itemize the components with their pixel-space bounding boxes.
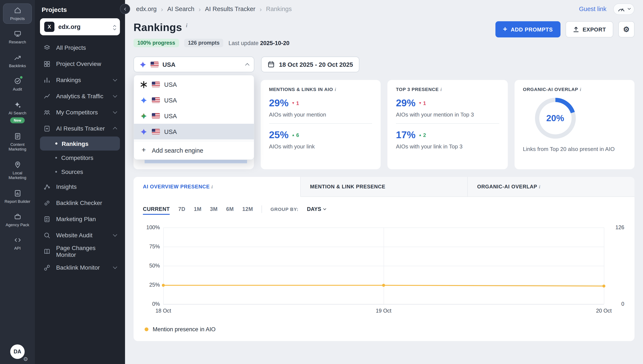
nav-label: API (14, 246, 21, 251)
settings-button[interactable]: ⚙ (618, 21, 634, 38)
nav-content-marketing[interactable]: Content Marketing (3, 129, 32, 155)
project-selector[interactable]: X edx.org (40, 18, 120, 35)
range-6m[interactable]: 6M (226, 206, 234, 215)
range-1m[interactable]: 1M (194, 206, 202, 215)
sidebar-item-marketing-plan[interactable]: Marketing Plan (40, 211, 120, 227)
organic-overlap-card: ORGANIC-AI OVERLAPi 20% Links from Top 2… (514, 80, 634, 169)
sidebar-item-insights[interactable]: Insights (40, 178, 120, 195)
ai-results-tracker-icon (44, 125, 52, 132)
info-icon[interactable]: i (580, 87, 581, 92)
nav-audit[interactable]: Audit (3, 74, 32, 94)
date-range-picker[interactable]: 18 Oct 2025 - 20 Oct 2025 (261, 56, 359, 72)
sidebar-item-project-overview[interactable]: Project Overview (40, 56, 120, 72)
chart-legend: Mention presence in AIO (134, 317, 634, 341)
guest-link[interactable]: Guest link (579, 6, 606, 12)
sidebar-menu: All Projects Project Overview Rankings A… (40, 40, 120, 276)
app: Projects Research Backlinks Audit A (0, 0, 643, 364)
sidebar-item-all-projects[interactable]: All Projects (40, 40, 120, 56)
sidebar-subitem-competitors[interactable]: Competitors (40, 150, 120, 164)
all-projects-icon (44, 44, 52, 51)
nav-label: Content Marketing (4, 142, 31, 152)
group-by-select[interactable]: DAYS (307, 206, 326, 215)
sidebar-item-analytics-traffic[interactable]: Analytics & Traffic (40, 88, 120, 104)
breadcrumb-project[interactable]: edx.org (136, 6, 157, 12)
range-3m[interactable]: 3M (210, 206, 218, 215)
website-audit-icon (44, 232, 52, 239)
sidebar-item-backlink-checker[interactable]: Backlink Checker (40, 195, 120, 211)
settings-gear-icon[interactable]: ⚙ (23, 356, 28, 362)
search-engine-select[interactable]: USA (134, 56, 254, 72)
chevron-down-icon (628, 7, 631, 10)
nav-local-marketing[interactable]: Local Marketing (3, 158, 32, 183)
nav-ai-search[interactable]: AI Search New (3, 98, 32, 126)
new-badge: New (10, 117, 25, 123)
sidebar-subitem-rankings[interactable]: Rankings (40, 136, 120, 150)
nav-backlinks[interactable]: Backlinks (3, 50, 32, 71)
metric-label: AIOs with your link (269, 143, 372, 150)
info-icon[interactable]: i (335, 87, 336, 92)
primary-nav-rail: Projects Research Backlinks Audit A (0, 0, 35, 364)
page-header: Rankings i 100% progress 126 prompts Las… (125, 18, 643, 47)
metric-label: AIOs with your mention (269, 112, 372, 118)
metric-delta: ▼1 (418, 100, 426, 106)
breadcrumb-ai-results-tracker[interactable]: AI Results Tracker (205, 6, 255, 12)
info-icon[interactable]: i (186, 22, 187, 29)
info-icon[interactable]: i (539, 184, 540, 189)
sidebar-item-page-changes-monitor[interactable]: Page Changes Monitor (40, 243, 120, 260)
top-bar: edx.org › AI Search › AI Results Tracker… (125, 0, 643, 18)
sidebar-item-label: My Competitors (56, 109, 98, 116)
engine-option-ai-mode[interactable]: USA (134, 108, 254, 124)
insights-icon (44, 183, 52, 190)
add-search-engine-option[interactable]: + Add search engine (134, 142, 254, 158)
range-current[interactable]: CURRENT (143, 206, 170, 215)
project-sidebar: Projects X edx.org All Projects Project … (35, 0, 125, 364)
decrease-icon: ▼ (292, 102, 295, 105)
chevron-down-icon (113, 110, 117, 114)
engine-option-gemini[interactable]: USA (134, 92, 254, 108)
research-icon (14, 30, 22, 38)
sidebar-subitem-sources[interactable]: Sources (40, 164, 120, 178)
select-arrows-icon (114, 24, 116, 30)
engine-option-ai-overview[interactable]: USA (134, 124, 254, 140)
x-tick: 20 Oct (596, 308, 612, 314)
engine-option-chatgpt[interactable]: USA (134, 76, 254, 92)
usage-gauge-button[interactable] (613, 3, 634, 15)
nav-label: Audit (13, 87, 22, 92)
info-icon[interactable]: i (211, 184, 213, 189)
sidebar-collapse-button[interactable] (120, 4, 130, 14)
nav-api[interactable]: API (3, 233, 32, 254)
breadcrumb-ai-search[interactable]: AI Search (167, 6, 194, 12)
chevron-down-icon (113, 77, 117, 82)
agency-pack-icon (14, 212, 22, 221)
y-tick: 100% (144, 224, 160, 230)
api-icon (14, 236, 22, 244)
nav-agency-pack[interactable]: Agency Pack (3, 210, 32, 230)
nav-research[interactable]: Research (3, 27, 32, 48)
tab-organic-ai-overlap[interactable]: ORGANIC-AI OVERLAPi (468, 177, 634, 197)
gemini-icon (140, 96, 148, 104)
range-7d[interactable]: 7D (178, 206, 185, 215)
nav-label: AI Search (8, 110, 26, 115)
nav-report-builder[interactable]: Report Builder (3, 186, 32, 207)
info-icon[interactable]: i (440, 87, 442, 92)
project-name: edx.org (58, 24, 110, 30)
export-button[interactable]: EXPORT (566, 21, 613, 38)
page-title: Rankings (134, 21, 182, 34)
sidebar-item-ai-results-tracker[interactable]: AI Results Tracker (40, 120, 120, 136)
metric-label: Links from Top 20 also present in AIO (523, 146, 626, 152)
tab-mention-link-presence[interactable]: MENTION & LINK PRESENCE (301, 177, 468, 197)
chevron-down-icon (113, 265, 117, 269)
metric-label: AIOs with your mention in Top 3 (396, 112, 499, 118)
add-prompts-button[interactable]: + ADD PROMPTS (495, 21, 560, 38)
sidebar-item-my-competitors[interactable]: My Competitors (40, 104, 120, 120)
search-engine-dropdown: USA USA (134, 56, 254, 72)
tab-ai-overview-presence[interactable]: AI OVERVIEW PRESENCEi (134, 177, 301, 197)
sidebar-item-rankings[interactable]: Rankings (40, 72, 120, 88)
range-12m[interactable]: 12M (242, 206, 253, 215)
presence-line (163, 228, 604, 304)
sidebar-item-website-audit[interactable]: Website Audit (40, 227, 120, 243)
report-builder-icon (14, 189, 22, 197)
sidebar-item-backlink-monitor[interactable]: Backlink Monitor (40, 260, 120, 276)
avatar[interactable]: DA (10, 344, 25, 359)
nav-projects[interactable]: Projects (3, 4, 32, 24)
